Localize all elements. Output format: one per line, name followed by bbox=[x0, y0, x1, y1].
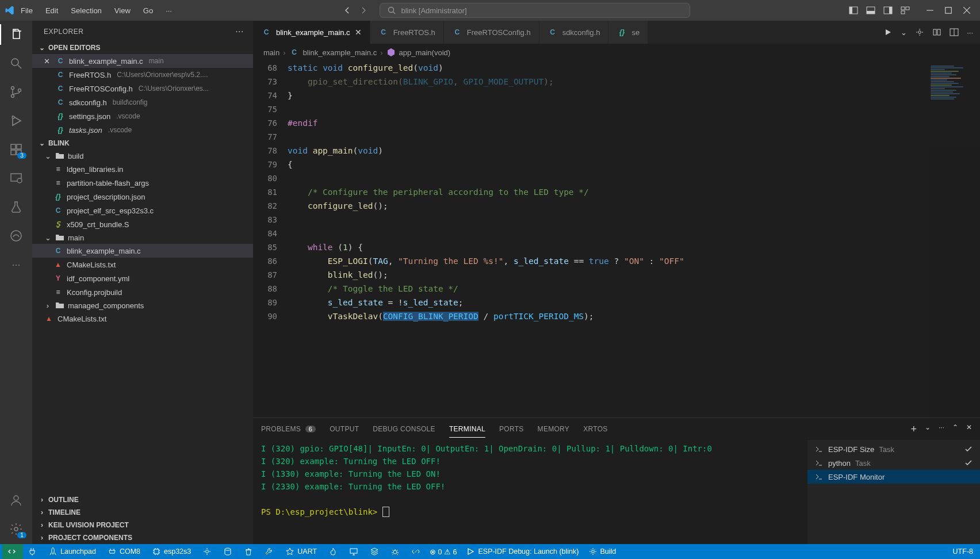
activity-espidf[interactable] bbox=[8, 228, 24, 244]
activity-explorer[interactable] bbox=[8, 26, 24, 43]
section-header[interactable]: ›TIMELINE bbox=[32, 506, 253, 519]
activity-scm[interactable] bbox=[8, 84, 24, 100]
status-item-link[interactable] bbox=[407, 544, 425, 559]
terminal-task-item[interactable]: ESP-IDF Size Task bbox=[807, 442, 980, 456]
layout-panel-right-icon[interactable] bbox=[883, 6, 893, 15]
explorer-more-icon[interactable]: ··· bbox=[235, 26, 244, 37]
file-item[interactable]: ▲CMakeLists.txt bbox=[32, 258, 253, 271]
activity-extensions[interactable]: 3 bbox=[8, 141, 24, 158]
command-center[interactable]: blink [Administrator] bbox=[380, 3, 690, 18]
status-item-plug[interactable] bbox=[23, 544, 41, 559]
layout-panel-left-icon[interactable] bbox=[849, 6, 858, 15]
menu-go[interactable]: Go bbox=[137, 4, 159, 17]
status-item-plug2[interactable]: COM8 bbox=[103, 544, 145, 559]
close-panel-icon[interactable]: ✕ bbox=[966, 423, 972, 435]
status-item-bug[interactable] bbox=[386, 544, 404, 559]
file-item[interactable]: ≡Kconfig.projbuild bbox=[32, 285, 253, 299]
status-item-rocket[interactable]: Launchpad bbox=[44, 544, 101, 559]
activity-test[interactable] bbox=[8, 199, 24, 215]
panel-tab-ports[interactable]: PORTS bbox=[499, 420, 524, 438]
panel-tab-memory[interactable]: MEMORY bbox=[538, 420, 570, 438]
menu-overflow[interactable]: ··· bbox=[160, 4, 178, 17]
panel-tab-terminal[interactable]: TERMINAL bbox=[449, 420, 485, 438]
window-minimize-icon[interactable] bbox=[926, 6, 934, 14]
maximize-panel-icon[interactable]: ⌃ bbox=[952, 423, 958, 435]
close-icon[interactable]: ✕ bbox=[355, 28, 362, 37]
terminal-output[interactable]: I (320) gpio: GPIO[48]| InputEn: 0| Outp… bbox=[253, 440, 807, 544]
terminal-task-item[interactable]: ESP-IDF Monitor bbox=[807, 470, 980, 484]
nav-forward-icon[interactable] bbox=[359, 6, 368, 15]
status-item-trash[interactable] bbox=[239, 544, 258, 559]
open-editor-item[interactable]: Csdkconfig.hbuild\config bbox=[32, 95, 253, 109]
file-item[interactable]: ≡ldgen_libraries.in bbox=[32, 162, 253, 176]
status-item-stack[interactable] bbox=[365, 544, 384, 559]
status-encoding[interactable]: UTF-8 bbox=[948, 544, 978, 559]
chevron-down-icon[interactable]: ⌄ bbox=[901, 28, 907, 37]
status-item-gear[interactable] bbox=[198, 544, 216, 559]
gear-icon[interactable] bbox=[915, 28, 924, 37]
open-editor-item[interactable]: CFreeRTOS.hC:\Users\Orionxer\esp\v5.2...… bbox=[32, 68, 253, 82]
menu-edit[interactable]: Edit bbox=[40, 4, 64, 17]
status-item-chip[interactable]: esp32s3 bbox=[147, 544, 196, 559]
layout-panel-bottom-icon[interactable] bbox=[866, 6, 875, 15]
panel-tab-debug console[interactable]: DEBUG CONSOLE bbox=[373, 420, 435, 438]
open-editor-item[interactable]: {}tasks.json.vscode bbox=[32, 123, 253, 137]
breadcrumb[interactable]: main› C blink_example_main.c› app_main(v… bbox=[253, 44, 980, 61]
menu-selection[interactable]: Selection bbox=[65, 4, 107, 17]
folder-item[interactable]: ⌄main bbox=[32, 231, 253, 244]
file-item[interactable]: ▲CMakeLists.txt bbox=[32, 312, 253, 326]
open-editor-item[interactable]: {}settings.json.vscode bbox=[32, 109, 253, 123]
file-item[interactable]: S̱x509_crt_bundle.S bbox=[32, 217, 253, 231]
folder-item[interactable]: ⌄build bbox=[32, 150, 253, 162]
more-icon[interactable]: ··· bbox=[939, 423, 944, 435]
panel-tab-xrtos[interactable]: XRTOS bbox=[583, 420, 607, 438]
terminal-task-item[interactable]: python Task bbox=[807, 456, 980, 470]
panel-tab-problems[interactable]: PROBLEMS 6 bbox=[261, 420, 316, 438]
panel-tab-output[interactable]: OUTPUT bbox=[330, 420, 359, 438]
status-item-star[interactable]: UART bbox=[281, 544, 321, 559]
menu-file[interactable]: File bbox=[15, 4, 39, 17]
status-item-wrench[interactable] bbox=[260, 544, 278, 559]
menu-view[interactable]: View bbox=[109, 4, 136, 17]
run-icon[interactable] bbox=[883, 28, 893, 37]
activity-overflow[interactable]: ··· bbox=[8, 256, 24, 273]
section-header[interactable]: ›PROJECT COMPONENTS bbox=[32, 531, 253, 544]
status-errors-warnings[interactable]: ⊗ 0 ⚠ 6 bbox=[425, 544, 461, 559]
status-remote[interactable] bbox=[2, 544, 23, 559]
code-content[interactable]: static void configure_led(void) gpio_set… bbox=[288, 61, 928, 418]
layout-customize-icon[interactable] bbox=[901, 6, 910, 15]
status-build[interactable]: Build bbox=[584, 544, 621, 559]
editor-tab[interactable]: CFreeRTOS.h bbox=[370, 21, 444, 44]
editor-tab[interactable]: {}se bbox=[608, 21, 648, 44]
activity-search[interactable] bbox=[8, 55, 24, 71]
status-item-monitor[interactable] bbox=[344, 544, 363, 559]
section-header[interactable]: ›KEIL UVISION PROJECT bbox=[32, 519, 253, 531]
project-header[interactable]: ⌄ BLINK bbox=[32, 137, 253, 150]
activity-account[interactable] bbox=[8, 492, 24, 508]
compare-icon[interactable] bbox=[932, 28, 941, 37]
file-item[interactable]: Yidf_component.yml bbox=[32, 271, 253, 285]
window-close-icon[interactable] bbox=[963, 6, 971, 14]
new-terminal-icon[interactable]: + bbox=[910, 423, 917, 435]
close-icon[interactable]: ✕ bbox=[44, 57, 52, 66]
editor-tab[interactable]: Csdkconfig.h bbox=[539, 21, 609, 44]
open-editors-header[interactable]: ⌄ OPEN EDITORS bbox=[32, 41, 253, 54]
status-debug-config[interactable]: ESP-IDF Debug: Launch (blink) bbox=[461, 544, 583, 559]
more-icon[interactable]: ··· bbox=[967, 28, 973, 37]
open-editor-item[interactable]: ✕Cblink_example_main.cmain bbox=[32, 54, 253, 68]
window-maximize-icon[interactable] bbox=[944, 6, 952, 14]
file-item[interactable]: {}project_description.json bbox=[32, 190, 253, 204]
activity-remote[interactable] bbox=[8, 170, 24, 186]
status-item-flame[interactable] bbox=[324, 544, 342, 559]
editor-tab[interactable]: CFreeRTOSConfig.h bbox=[444, 21, 539, 44]
minimap[interactable] bbox=[928, 61, 980, 418]
file-item[interactable]: Cproject_elf_src_esp32s3.c bbox=[32, 204, 253, 217]
editor-tab[interactable]: Cblink_example_main.c✕ bbox=[253, 21, 370, 44]
activity-debug[interactable] bbox=[8, 113, 24, 129]
open-editor-item[interactable]: CFreeRTOSConfig.hC:\Users\Orionxer\es... bbox=[32, 82, 253, 95]
folder-item[interactable]: ›managed_components bbox=[32, 299, 253, 312]
file-item[interactable]: ≡partition-table-flash_args bbox=[32, 176, 253, 190]
activity-settings[interactable]: 1 bbox=[8, 521, 24, 537]
section-header[interactable]: ›OUTLINE bbox=[32, 493, 253, 506]
chevron-down-icon[interactable]: ⌄ bbox=[925, 423, 931, 435]
